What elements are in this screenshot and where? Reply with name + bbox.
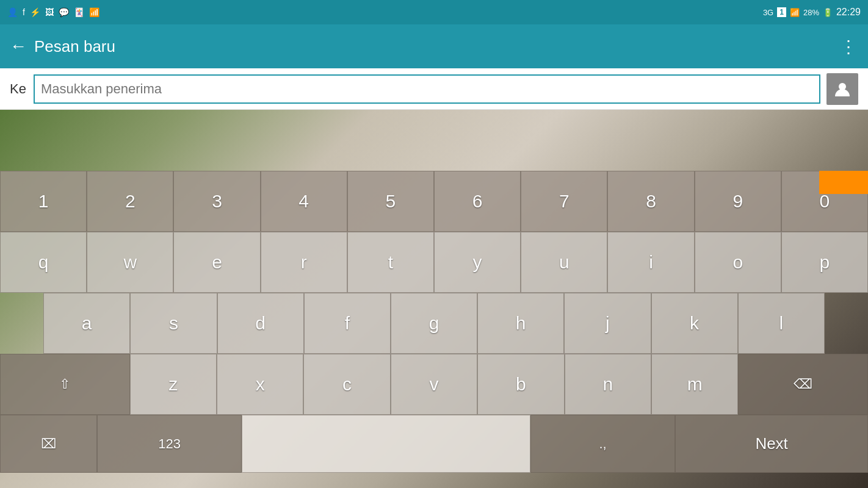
key-q[interactable]: q (0, 232, 87, 293)
chat-icon: 💬 (59, 7, 69, 17)
time-label: 22:29 (836, 7, 861, 18)
to-field-container: Ke (0, 68, 868, 110)
zxcv-row: ⇧ z x c v b n m ⌫ (0, 354, 868, 415)
key-3[interactable]: 3 (173, 171, 260, 232)
backspace-key[interactable]: ⌫ (738, 354, 868, 415)
shift-key[interactable]: ⇧ (0, 354, 130, 415)
key-y[interactable]: y (434, 232, 521, 293)
image-icon: 🖼 (45, 7, 54, 17)
comma-period-key[interactable]: ., (530, 415, 675, 473)
key-u[interactable]: u (521, 232, 607, 293)
key-d[interactable]: d (217, 293, 304, 354)
contact-picker-button[interactable] (826, 73, 858, 105)
key-1[interactable]: 1 (0, 171, 87, 232)
status-bar-left: 👤 f ⚡ 🖼 💬 🃏 📶 (7, 7, 99, 17)
person-add-icon: 👤 (7, 7, 18, 17)
back-button[interactable]: ← (10, 37, 27, 56)
keyboard-container: 1 2 3 4 5 6 7 8 9 0 q w e r t y u i o p … (0, 171, 868, 488)
key-i[interactable]: i (607, 232, 694, 293)
status-bar-right: 3G 1 📶 28% 🔋 22:29 (763, 7, 861, 18)
key-g[interactable]: g (391, 293, 477, 354)
key-t[interactable]: t (347, 232, 434, 293)
status-bar: 👤 f ⚡ 🖼 💬 🃏 📶 3G 1 📶 28% 🔋 22:29 (0, 0, 868, 24)
asdf-row: a s d f g h j k l (0, 293, 868, 354)
battery-label: 28% (803, 8, 819, 17)
key-n[interactable]: n (565, 354, 651, 415)
sim-label: 1 (777, 7, 786, 17)
recipient-input[interactable] (41, 81, 813, 97)
card-icon: 🃏 (74, 7, 84, 17)
app-bar: ← Pesan baru ⋮ (0, 24, 868, 68)
key-p[interactable]: p (781, 232, 868, 293)
space-key[interactable] (242, 415, 530, 473)
network-label: 3G (763, 8, 773, 17)
wifi-icon: 📶 (89, 7, 99, 17)
key-l[interactable]: l (738, 293, 825, 354)
contact-icon (834, 81, 851, 98)
key-a[interactable]: a (43, 293, 130, 354)
key-v[interactable]: v (391, 354, 477, 415)
keyboard-icon-key[interactable]: ⌧ (0, 415, 97, 473)
key-x[interactable]: x (217, 354, 303, 415)
key-m[interactable]: m (651, 354, 738, 415)
usb-icon: ⚡ (30, 7, 40, 17)
key-b[interactable]: b (477, 354, 564, 415)
qwerty-row: q w e r t y u i o p (0, 232, 868, 293)
facebook-icon: f (23, 7, 25, 17)
key-6[interactable]: 6 (434, 171, 521, 232)
bottom-row: ⌧ 123 ., Next (0, 415, 868, 473)
key-h[interactable]: h (477, 293, 564, 354)
signal-bars-icon: 📶 (790, 8, 800, 17)
key-5[interactable]: 5 (347, 171, 434, 232)
key-4[interactable]: 4 (261, 171, 347, 232)
key-8[interactable]: 8 (607, 171, 694, 232)
key-r[interactable]: r (261, 232, 347, 293)
key-2[interactable]: 2 (87, 171, 173, 232)
key-j[interactable]: j (564, 293, 651, 354)
orange-button[interactable] (819, 171, 868, 194)
more-options-button[interactable]: ⋮ (840, 37, 858, 57)
key-9[interactable]: 9 (695, 171, 781, 232)
key-c[interactable]: c (303, 354, 390, 415)
to-input-wrapper (34, 74, 820, 104)
key-7[interactable]: 7 (521, 171, 607, 232)
key-f[interactable]: f (304, 293, 391, 354)
num-key[interactable]: 123 (97, 415, 242, 473)
key-s[interactable]: s (130, 293, 217, 354)
key-k[interactable]: k (651, 293, 738, 354)
number-row: 1 2 3 4 5 6 7 8 9 0 (0, 171, 868, 232)
to-label: Ke (10, 81, 26, 97)
page-title: Pesan baru (34, 37, 840, 56)
key-w[interactable]: w (87, 232, 173, 293)
key-z[interactable]: z (130, 354, 217, 415)
key-o[interactable]: o (695, 232, 781, 293)
key-e[interactable]: e (173, 232, 260, 293)
next-key[interactable]: Next (675, 415, 868, 473)
battery-icon: 🔋 (823, 8, 833, 17)
